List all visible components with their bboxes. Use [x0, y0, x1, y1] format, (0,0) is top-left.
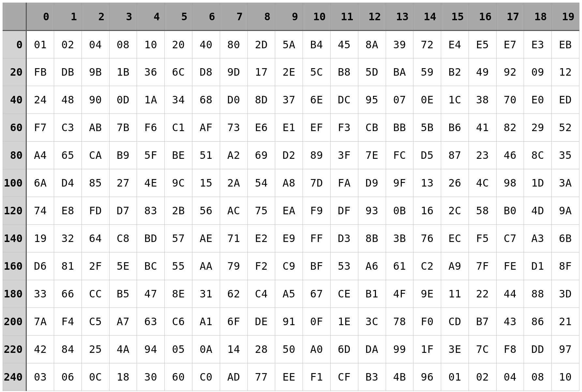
data-cell: 71: [220, 225, 247, 252]
column-header: 8: [247, 3, 275, 31]
data-cell: A2: [220, 142, 247, 169]
data-cell: F1: [303, 363, 331, 391]
data-cell: 57: [165, 225, 192, 252]
data-cell: 6C: [165, 58, 192, 86]
data-cell: B8: [330, 58, 358, 86]
data-cell: 6F: [220, 308, 247, 336]
data-cell: A7: [109, 308, 137, 336]
table-row: 140193264C8BD57AE71E2E9FFD38B3B76ECF5C7A…: [3, 225, 579, 252]
data-cell: 07: [386, 86, 413, 114]
data-cell: 6E: [303, 86, 331, 114]
row-header: 220: [3, 336, 26, 363]
data-cell: 53: [330, 252, 358, 280]
data-cell: C8: [109, 225, 137, 252]
data-cell: 66: [54, 280, 82, 308]
data-cell: B7: [469, 308, 496, 336]
data-cell: E1: [275, 114, 303, 142]
data-cell: EA: [275, 197, 303, 225]
data-cell: 09: [524, 58, 552, 86]
data-cell: 4D: [524, 197, 552, 225]
data-cell: 16: [413, 197, 441, 225]
data-cell: 05: [165, 336, 192, 363]
data-cell: D6: [26, 252, 54, 280]
data-cell: 6B: [552, 225, 579, 252]
table-row: 001020408102040802D5AB4458A3972E4E5E7E3E…: [3, 31, 579, 58]
data-cell: F0: [413, 308, 441, 336]
data-cell: 39: [386, 31, 413, 58]
data-cell: F4: [54, 308, 82, 336]
column-header: 0: [26, 3, 54, 31]
row-header: 80: [3, 142, 26, 169]
hex-lookup-table: 012345678910111213141516171819 001020408…: [3, 3, 579, 391]
data-cell: 8F: [552, 252, 579, 280]
column-header: 19: [552, 3, 579, 31]
data-cell: 0F: [303, 308, 331, 336]
data-cell: CA: [82, 142, 109, 169]
row-header: 120: [3, 197, 26, 225]
data-cell: CF: [330, 363, 358, 391]
column-header: 14: [413, 3, 441, 31]
data-cell: DF: [330, 197, 358, 225]
data-cell: 9E: [413, 280, 441, 308]
data-cell: 37: [275, 86, 303, 114]
data-cell: 79: [220, 252, 247, 280]
data-cell: 2A: [220, 169, 247, 197]
data-cell: 54: [247, 169, 275, 197]
data-cell: 8B: [358, 225, 386, 252]
column-header: 5: [165, 3, 192, 31]
data-cell: 8E: [165, 280, 192, 308]
column-header: 18: [524, 3, 552, 31]
data-cell: 81: [54, 252, 82, 280]
data-cell: 03: [26, 363, 54, 391]
data-cell: F9: [303, 197, 331, 225]
data-cell: 5B: [413, 114, 441, 142]
data-cell: 92: [496, 58, 524, 86]
data-cell: 11: [441, 280, 469, 308]
data-cell: 75: [247, 197, 275, 225]
data-cell: D8: [192, 58, 220, 86]
data-cell: 36: [137, 58, 165, 86]
data-cell: 84: [54, 336, 82, 363]
data-cell: 89: [303, 142, 331, 169]
data-cell: 83: [137, 197, 165, 225]
row-header: 140: [3, 225, 26, 252]
data-cell: 63: [137, 308, 165, 336]
data-cell: 76: [413, 225, 441, 252]
data-cell: 6A: [26, 169, 54, 197]
data-cell: 56: [192, 197, 220, 225]
data-cell: AE: [192, 225, 220, 252]
data-cell: 2E: [275, 58, 303, 86]
data-cell: 31: [192, 280, 220, 308]
data-cell: 4C: [469, 169, 496, 197]
row-header: 240: [3, 363, 26, 391]
data-cell: E8: [54, 197, 82, 225]
data-cell: 4B: [386, 363, 413, 391]
data-cell: E0: [524, 86, 552, 114]
data-cell: CC: [82, 280, 109, 308]
data-cell: 10: [137, 31, 165, 58]
data-cell: D7: [109, 197, 137, 225]
data-cell: 28: [247, 336, 275, 363]
data-cell: BC: [137, 252, 165, 280]
data-cell: 0B: [386, 197, 413, 225]
data-cell: 0A: [192, 336, 220, 363]
table-body: 001020408102040802D5AB4458A3972E4E5E7E3E…: [3, 31, 579, 391]
data-cell: BA: [386, 58, 413, 86]
data-cell: 2F: [82, 252, 109, 280]
data-cell: C0: [192, 363, 220, 391]
data-cell: 15: [192, 169, 220, 197]
column-header: 9: [275, 3, 303, 31]
data-cell: 61: [386, 252, 413, 280]
data-cell: 33: [26, 280, 54, 308]
data-cell: 14: [220, 336, 247, 363]
data-cell: 55: [165, 252, 192, 280]
column-header: 16: [469, 3, 496, 31]
data-cell: 49: [469, 58, 496, 86]
data-cell: A1: [192, 308, 220, 336]
column-header: 10: [303, 3, 331, 31]
data-cell: 2B: [165, 197, 192, 225]
data-cell: 51: [192, 142, 220, 169]
row-header: 40: [3, 86, 26, 114]
data-cell: B9: [109, 142, 137, 169]
corner-cell: [3, 3, 26, 31]
